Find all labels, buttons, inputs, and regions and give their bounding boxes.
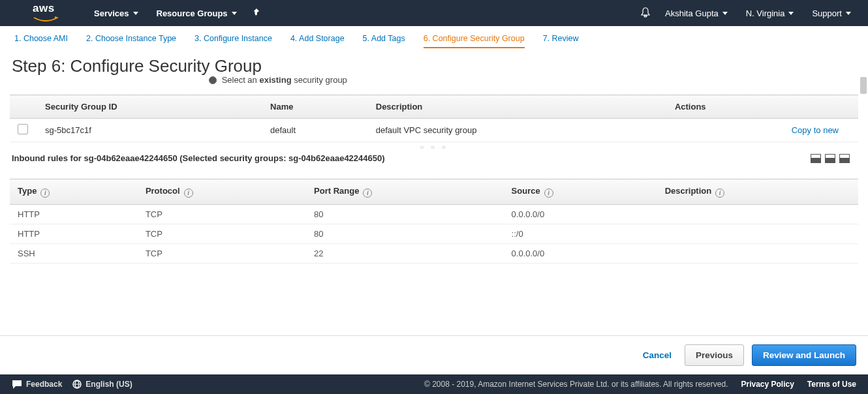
caret-down-icon xyxy=(722,12,728,15)
security-groups-table: Security Group ID Name Description Actio… xyxy=(10,95,858,142)
caret-down-icon xyxy=(788,12,794,15)
resource-groups-label: Resource Groups xyxy=(157,8,228,18)
panel-layout-icon[interactable] xyxy=(811,154,821,163)
aws-logo[interactable]: aws xyxy=(33,2,59,25)
speech-bubble-icon xyxy=(12,380,22,389)
info-icon[interactable]: i xyxy=(40,189,50,198)
inbound-rules-text: Inbound rules for sg-04b62eaae42244650 (… xyxy=(12,153,385,163)
checkbox[interactable] xyxy=(18,124,28,134)
panel-layout-icon[interactable] xyxy=(825,154,835,163)
rules-col-type: Typei xyxy=(10,179,138,205)
services-label: Services xyxy=(94,8,129,18)
privacy-policy-link[interactable]: Privacy Policy xyxy=(741,380,794,389)
table-row: SSH TCP 22 0.0.0.0/0 xyxy=(10,244,858,264)
rules-col-description: Descriptioni xyxy=(657,179,858,205)
table-row: HTTP TCP 80 ::/0 xyxy=(10,224,858,244)
page-title: Step 6: Configure Security Group xyxy=(0,55,868,76)
sg-cell-id: sg-5bc17c1f xyxy=(37,119,262,142)
aws-smile-icon xyxy=(33,16,59,23)
copy-to-new-link[interactable]: Copy to new xyxy=(792,125,839,135)
user-label: Akshita Gupta xyxy=(665,8,719,18)
review-and-launch-button[interactable]: Review and Launch xyxy=(752,344,856,366)
terms-of-use-link[interactable]: Terms of Use xyxy=(807,380,856,389)
caret-down-icon xyxy=(846,12,851,15)
notifications-icon[interactable] xyxy=(640,7,651,20)
sg-cell-name: default xyxy=(262,119,368,142)
sg-col-description: Description xyxy=(368,95,667,119)
table-row[interactable]: sg-5bc17c1f default default VPC security… xyxy=(10,119,858,142)
caret-down-icon xyxy=(232,12,237,15)
sg-col-name: Name xyxy=(262,95,368,119)
aws-navbar: aws Services Resource Groups Akshita Gup… xyxy=(0,0,868,26)
inbound-rules-table: Typei Protocoli Port Rangei Sourcei Desc… xyxy=(10,179,858,264)
resize-handle-icon[interactable]: ○ ○ ○ xyxy=(0,144,868,151)
caret-down-icon xyxy=(133,12,138,15)
sg-cell-description: default VPC security group xyxy=(368,119,667,142)
services-menu[interactable]: Services xyxy=(85,8,147,18)
wizard-action-bar: Cancel Previous Review and Launch xyxy=(0,335,868,374)
panel-layout-icon[interactable] xyxy=(839,154,850,163)
feedback-link[interactable]: Feedback xyxy=(12,380,62,389)
step-choose-ami[interactable]: 1. Choose AMI xyxy=(14,34,68,48)
aws-footer: Feedback English (US) © 2008 - 2019, Ama… xyxy=(0,374,868,394)
rules-col-source: Sourcei xyxy=(504,179,657,205)
support-label: Support xyxy=(812,8,842,18)
resource-groups-menu[interactable]: Resource Groups xyxy=(147,8,246,18)
sg-col-actions: Actions xyxy=(667,95,858,119)
radio-icon xyxy=(209,76,217,84)
select-existing-sg-radio[interactable]: Select an existing security group xyxy=(0,75,868,85)
rules-col-port-range: Port Rangei xyxy=(306,179,504,205)
sg-col-checkbox xyxy=(10,95,37,119)
pin-icon[interactable] xyxy=(251,8,260,19)
account-menu[interactable]: Akshita Gupta xyxy=(661,8,732,18)
info-icon[interactable]: i xyxy=(544,189,553,198)
step-add-tags[interactable]: 5. Add Tags xyxy=(363,34,405,48)
region-menu[interactable]: N. Virginia xyxy=(742,8,798,18)
info-icon[interactable]: i xyxy=(184,189,193,198)
wizard-steps: 1. Choose AMI 2. Choose Instance Type 3.… xyxy=(0,26,868,55)
step-configure-security-group[interactable]: 6. Configure Security Group xyxy=(424,34,525,48)
support-menu[interactable]: Support xyxy=(808,8,855,18)
language-selector[interactable]: English (US) xyxy=(72,380,132,389)
step-review[interactable]: 7. Review xyxy=(543,34,579,48)
vertical-scrollbar[interactable] xyxy=(860,77,867,94)
step-choose-instance-type[interactable]: 2. Choose Instance Type xyxy=(86,34,176,48)
step-configure-instance[interactable]: 3. Configure Instance xyxy=(194,34,272,48)
region-label: N. Virginia xyxy=(746,8,785,18)
cancel-button[interactable]: Cancel xyxy=(638,350,677,360)
globe-icon xyxy=(72,380,82,389)
info-icon[interactable]: i xyxy=(715,189,724,198)
inbound-rules-header: Inbound rules for sg-04b62eaae42244650 (… xyxy=(0,151,868,163)
sg-col-id: Security Group ID xyxy=(37,95,262,119)
previous-button[interactable]: Previous xyxy=(685,344,744,366)
step-add-storage[interactable]: 4. Add Storage xyxy=(290,34,345,48)
table-row: HTTP TCP 80 0.0.0.0/0 xyxy=(10,205,858,224)
footer-copyright: © 2008 - 2019, Amazon Internet Services … xyxy=(424,380,728,389)
info-icon[interactable]: i xyxy=(363,189,372,198)
rules-col-protocol: Protocoli xyxy=(138,179,306,205)
